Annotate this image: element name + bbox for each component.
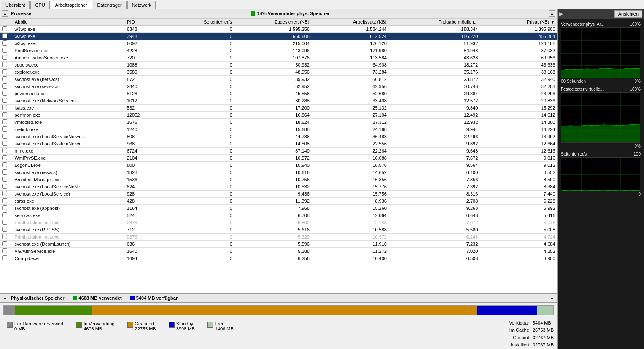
row-privat: 456.304 <box>480 33 557 40</box>
table-row[interactable]: LogonUI.exe 800 0 10.940 18.576 9.564 9.… <box>0 162 557 169</box>
col-checkbox[interactable] <box>0 19 13 26</box>
row-freigabe: 23.872 <box>388 76 480 83</box>
row-checkbox[interactable] <box>0 83 13 90</box>
row-checkbox[interactable] <box>0 97 13 105</box>
table-row[interactable]: vmtoolsd.exe 1676 0 18.624 27.312 12.932… <box>0 119 557 126</box>
legend-in-verwendung: In Verwendung 4608 MB <box>76 321 114 331</box>
table-row[interactable]: lsass.exe 532 0 17.200 25.132 9.840 15.2… <box>0 105 557 112</box>
stat-gesamt-label: Gesamt <box>509 334 533 342</box>
table-row[interactable]: w3wp.exe 3948 0 660.608 612.524 156.220 … <box>0 33 557 40</box>
tab-ubersicht[interactable]: Übersicht <box>1 1 30 9</box>
table-row[interactable]: w3wp.exe 6348 0 1.595.256 1.584.244 188.… <box>0 26 557 33</box>
table-row[interactable]: spoolsv.exe 1088 0 50.932 64.908 18.272 … <box>0 62 557 69</box>
table-row[interactable]: inetinfo.exe 1240 0 15.688 24.168 9.944 … <box>0 126 557 133</box>
row-checkbox[interactable] <box>0 26 13 33</box>
table-row[interactable]: csrss.exe 428 0 11.392 8.936 2.708 6.228 <box>0 198 557 205</box>
table-row[interactable]: AuthenticationService.exe 720 0 107.876 … <box>0 54 557 62</box>
row-arbeitssatz: 15.776 <box>311 183 388 191</box>
table-row[interactable]: services.exe 524 0 6.708 12.064 6.648 5.… <box>0 212 557 219</box>
row-checkbox[interactable] <box>0 183 13 191</box>
left-panel: ▲ Prozesse 14% Verwendeter phys. Speiche… <box>0 9 558 349</box>
row-checkbox[interactable] <box>0 255 13 262</box>
row-checkbox[interactable] <box>0 212 13 219</box>
row-checkbox[interactable] <box>0 226 13 234</box>
phys-collapse-right[interactable]: ▲ <box>549 295 555 301</box>
mem-geandert-bar <box>92 306 476 315</box>
table-row[interactable]: svchost.exe (LocalServiceNoNet... 624 0 … <box>0 183 557 191</box>
table-row[interactable]: explorer.exe 3580 0 48.956 73.284 35.176… <box>0 69 557 76</box>
tab-arbeitsspeicher[interactable]: Arbeitsspeicher <box>51 1 92 9</box>
col-abbild[interactable]: Abbild <box>13 19 125 26</box>
table-row[interactable]: svchost.exe (LocalSystemNetwo... 968 0 1… <box>0 140 557 148</box>
table-row[interactable]: PrintService.exe 4228 0 143.096 171.980 … <box>0 47 557 54</box>
row-seitenfehler: 0 <box>164 133 234 140</box>
table-row[interactable]: svchost.exe (LocalService) 928 0 9.436 1… <box>0 191 557 198</box>
table-row[interactable]: svchost.exe (LocalServiceNetwo... 808 0 … <box>0 133 557 140</box>
table-row[interactable]: svchost.exe (DcomLaunch) 636 0 5.596 11.… <box>0 241 557 248</box>
col-privat[interactable]: Privat (KB) ▼ <box>480 19 557 26</box>
row-checkbox[interactable] <box>0 119 13 126</box>
row-checkbox[interactable] <box>0 105 13 112</box>
row-abbild: svchost.exe (apphost) <box>13 205 125 212</box>
table-row[interactable]: svchost.exe (secsvcs) 2440 0 62.952 62.9… <box>0 83 557 90</box>
col-pid[interactable]: PID <box>125 19 164 26</box>
row-checkbox[interactable] <box>0 54 13 62</box>
row-arbeitssatz: 10.588 <box>311 226 388 234</box>
right-arrow-icon[interactable]: ▶ <box>559 11 563 17</box>
phys-collapse-btn[interactable]: ▲ <box>2 295 8 301</box>
table-row[interactable]: svchost.exe (apphost) 1164 0 7.968 15.26… <box>0 205 557 212</box>
row-checkbox[interactable] <box>0 140 13 148</box>
table-row[interactable]: PrintIsolationHost.exe 9376 0 5.320 10.9… <box>0 234 557 241</box>
table-row[interactable]: svchost.exe (RPCSS) 712 0 5.616 10.588 5… <box>0 226 557 234</box>
row-checkbox[interactable] <box>0 198 13 205</box>
row-arbeitssatz: 15.260 <box>311 205 388 212</box>
process-table-container[interactable]: Abbild PID Seitenfehler/s Zugesichert (K… <box>0 18 557 293</box>
table-row[interactable]: WmiPrvSE.exe 2104 0 10.572 16.688 7.672 … <box>0 155 557 162</box>
table-row[interactable]: svchost.exe (NetworkService) 1012 0 30.2… <box>0 97 557 105</box>
col-arbeitssatz[interactable]: Arbeitssatz (KB) <box>311 19 388 26</box>
row-checkbox[interactable] <box>0 112 13 119</box>
table-row[interactable]: svchost.exe (iissvcs) 1828 0 10.616 14.6… <box>0 169 557 176</box>
tab-netzwerk[interactable]: Netzwerk <box>127 1 156 9</box>
ansichten-button[interactable]: Ansichten <box>614 10 642 18</box>
row-checkbox[interactable] <box>0 241 13 248</box>
prozesse-collapse-right[interactable]: ▲ <box>549 10 555 17</box>
tab-cpu[interactable]: CPU <box>30 1 49 9</box>
row-checkbox[interactable] <box>0 205 13 212</box>
col-seitenfehler[interactable]: Seitenfehler/s <box>164 19 234 26</box>
row-checkbox[interactable] <box>0 69 13 76</box>
row-checkbox[interactable] <box>0 62 13 69</box>
table-row[interactable]: w3wp.exe 6092 0 215.004 176.120 51.932 1… <box>0 40 557 47</box>
graph-3-label: Seitenfehler/s 100 <box>561 152 641 156</box>
row-seitenfehler: 0 <box>164 169 234 176</box>
table-row[interactable]: Architect Manager.exe 1536 0 10.756 16.3… <box>0 176 557 183</box>
row-checkbox[interactable] <box>0 148 13 155</box>
row-checkbox[interactable] <box>0 219 13 226</box>
row-checkbox[interactable] <box>0 169 13 176</box>
row-checkbox[interactable] <box>0 155 13 162</box>
table-row[interactable]: CorrIpd.exe 1494 0 6.256 10.400 6.508 3.… <box>0 255 557 262</box>
row-checkbox[interactable] <box>0 162 13 169</box>
table-row[interactable]: mmc.exe 6724 0 87.140 22.264 9.648 12.61… <box>0 148 557 155</box>
table-row[interactable]: PrintIsolationHost.exe 2876 0 5.892 12.1… <box>0 219 557 226</box>
tab-datentrager[interactable]: Datenträger <box>93 1 127 9</box>
row-checkbox[interactable] <box>0 176 13 183</box>
table-row[interactable]: svchost.exe (netsvcs) 872 0 39.932 56.81… <box>0 76 557 83</box>
col-freigabe[interactable]: Freigabe möglich... <box>388 19 480 26</box>
col-zugesichert[interactable]: Zugesichert (KB) <box>234 19 311 26</box>
row-checkbox[interactable] <box>0 47 13 54</box>
row-checkbox[interactable] <box>0 234 13 241</box>
table-row[interactable]: VGAuthService.exe 1640 0 5.188 11.272 7.… <box>0 248 557 255</box>
row-checkbox[interactable] <box>0 248 13 255</box>
row-arbeitssatz: 22.264 <box>311 148 388 155</box>
row-checkbox[interactable] <box>0 90 13 97</box>
row-checkbox[interactable] <box>0 126 13 133</box>
row-checkbox[interactable] <box>0 33 13 40</box>
table-row[interactable]: powershell.exe 5128 0 45.556 52.680 29.3… <box>0 90 557 97</box>
row-checkbox[interactable] <box>0 191 13 198</box>
row-checkbox[interactable] <box>0 76 13 83</box>
table-row[interactable]: perfmon.exe 12052 0 16.864 27.104 12.492… <box>0 112 557 119</box>
prozesse-collapse-btn[interactable]: ▲ <box>2 10 8 17</box>
row-checkbox[interactable] <box>0 133 13 140</box>
row-checkbox[interactable] <box>0 40 13 47</box>
